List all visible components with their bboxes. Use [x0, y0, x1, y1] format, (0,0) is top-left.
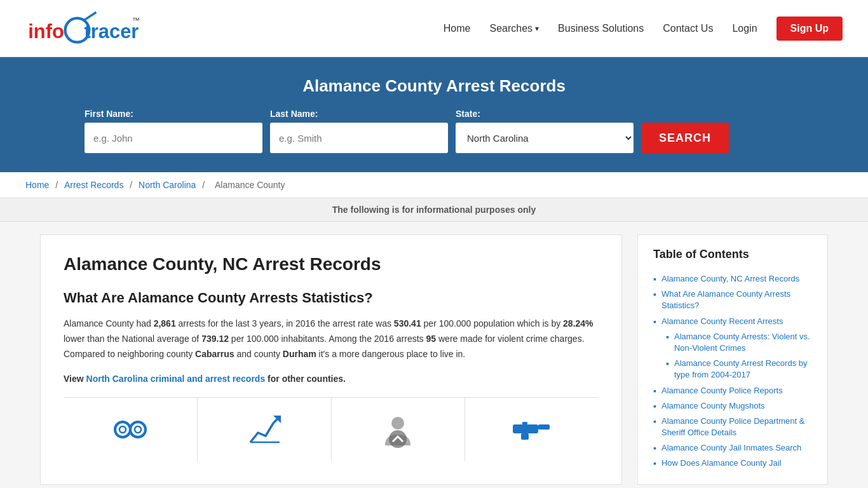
svg-rect-14: [513, 424, 538, 433]
toc-item-9: Alamance County Jail Inmates Search: [653, 440, 812, 456]
svg-point-9: [135, 426, 141, 433]
toc-item-3: Alamance County Recent Arrests: [653, 314, 812, 329]
toc-item-1: Alamance County, NC Arrest Records: [653, 271, 812, 287]
svg-text:tracer: tracer: [85, 20, 139, 42]
toc-link-3[interactable]: Alamance County Recent Arrests: [661, 316, 783, 327]
search-form: First Name: Last Name: State: North Caro…: [85, 109, 783, 153]
content-h2: What Are Alamance County Arrests Statist…: [64, 290, 599, 306]
rate1: 530.41: [394, 318, 421, 329]
county2: Durham: [283, 349, 316, 359]
first-name-input[interactable]: [85, 123, 262, 153]
content-area: Alamance County, NC Arrest Records What …: [40, 234, 622, 485]
toc-link-6[interactable]: Alamance County Police Reports: [661, 385, 783, 396]
main-content: Alamance County, NC Arrest Records What …: [27, 234, 841, 485]
toc-title: Table of Contents: [653, 248, 812, 261]
chart-icon: [245, 410, 283, 449]
icon-gun-cell: [465, 398, 599, 461]
icon-handcuffs-cell: [64, 398, 198, 461]
state-group: State: North Carolina Alabama Alaska Cal…: [456, 109, 634, 153]
last-name-input[interactable]: [270, 123, 448, 153]
icons-row: [64, 397, 599, 461]
nav-contact[interactable]: Contact Us: [663, 23, 713, 34]
toc-item-7: Alamance County Mugshots: [653, 398, 812, 414]
first-name-label: First Name:: [85, 109, 262, 119]
svg-text:™: ™: [132, 15, 140, 24]
breadcrumb-arrest-records[interactable]: Arrest Records: [64, 180, 123, 190]
breadcrumb-north-carolina[interactable]: North Carolina: [139, 180, 196, 190]
breadcrumb-sep3: /: [202, 180, 207, 190]
nav-home[interactable]: Home: [444, 23, 471, 34]
toc-item-4: Alamance County Arrests: Violent vs. Non…: [666, 329, 812, 356]
nav-searches[interactable]: Searches ▾: [489, 23, 539, 34]
hero-section: Alamance County Arrest Records First Nam…: [0, 57, 868, 172]
breadcrumb-sep2: /: [130, 180, 135, 190]
breadcrumb-home[interactable]: Home: [25, 180, 49, 190]
toc-link-5[interactable]: Alamance County Arrest Records by type f…: [674, 358, 812, 381]
chevron-down-icon: ▾: [535, 24, 539, 33]
svg-rect-16: [521, 433, 529, 440]
hero-title: Alamance County Arrest Records: [25, 76, 843, 96]
svg-line-1: [84, 12, 97, 20]
stats-paragraph: Alamance County had 2,861 arrests for th…: [64, 316, 599, 362]
view-link-paragraph: View North Carolina criminal and arrest …: [64, 372, 599, 387]
svg-point-6: [130, 422, 146, 437]
last-name-group: Last Name:: [270, 109, 448, 153]
view-text: View: [64, 374, 86, 384]
toc-item-8: Alamance County Police Department & Sher…: [653, 414, 812, 440]
nc-records-link[interactable]: North Carolina criminal and arrest recor…: [86, 374, 266, 384]
person-icon: [379, 410, 417, 449]
nav-login[interactable]: Login: [732, 23, 757, 34]
rate2: 739.12: [201, 334, 229, 344]
last-name-label: Last Name:: [270, 109, 448, 119]
nav-signup[interactable]: Sign Up: [776, 17, 843, 41]
toc-item-6: Alamance County Police Reports: [653, 383, 812, 398]
breadcrumb-sep1: /: [55, 180, 60, 190]
breadcrumb: Home / Arrest Records / North Carolina /…: [0, 172, 868, 198]
toc-item-10: How Does Alamance County Jail: [653, 456, 812, 471]
sidebar: Table of Contents Alamance County, NC Ar…: [637, 234, 828, 485]
toc-link-7[interactable]: Alamance County Mugshots: [661, 400, 765, 412]
handcuffs-icon: [111, 410, 149, 449]
nav-business[interactable]: Business Solutions: [558, 23, 644, 34]
county1: Cabarrus: [195, 349, 234, 359]
toc-link-4[interactable]: Alamance County Arrests: Violent vs. Non…: [674, 331, 812, 354]
toc-box: Table of Contents Alamance County, NC Ar…: [637, 234, 828, 485]
state-select[interactable]: North Carolina Alabama Alaska California…: [456, 123, 634, 153]
logo: info tracer ™: [25, 10, 146, 48]
svg-point-12: [391, 417, 404, 430]
violent-count: 95: [426, 334, 437, 344]
svg-point-5: [115, 422, 130, 437]
info-bar-text: The following is for informational purpo…: [332, 205, 536, 215]
toc-link-8[interactable]: Alamance County Police Department & Sher…: [661, 416, 812, 438]
toc-item-5: Alamance County Arrest Records by type f…: [666, 356, 812, 383]
svg-rect-15: [538, 424, 550, 430]
toc-link-1[interactable]: Alamance County, NC Arrest Records: [661, 273, 799, 285]
toc-link-10[interactable]: How Does Alamance County Jail: [661, 458, 782, 469]
svg-rect-17: [522, 422, 527, 424]
toc-link-2[interactable]: What Are Alamance County Arrests Statist…: [661, 288, 812, 311]
icon-person-cell: [332, 398, 466, 461]
search-button[interactable]: SEARCH: [641, 123, 729, 153]
toc-item-2: What Are Alamance County Arrests Statist…: [653, 287, 812, 313]
gun-icon: [510, 410, 554, 449]
breadcrumb-alamance-county: Alamance County: [215, 180, 285, 190]
percent: 28.24%: [563, 318, 593, 329]
main-nav: Home Searches ▾ Business Solutions Conta…: [444, 17, 843, 41]
svg-text:info: info: [28, 20, 64, 42]
state-label: State:: [456, 109, 634, 119]
svg-point-13: [389, 430, 407, 448]
view-text2: for other counties.: [265, 374, 346, 384]
header: info tracer ™ Home Searches ▾ Business S…: [0, 0, 868, 57]
toc-link-9[interactable]: Alamance County Jail Inmates Search: [661, 442, 801, 454]
arrests-count: 2,861: [154, 318, 176, 329]
first-name-group: First Name:: [85, 109, 262, 153]
content-h1: Alamance County, NC Arrest Records: [64, 254, 599, 274]
toc-list: Alamance County, NC Arrest Records What …: [653, 271, 812, 471]
svg-point-8: [119, 426, 126, 433]
info-bar: The following is for informational purpo…: [0, 198, 868, 222]
icon-chart-cell: [198, 398, 332, 461]
